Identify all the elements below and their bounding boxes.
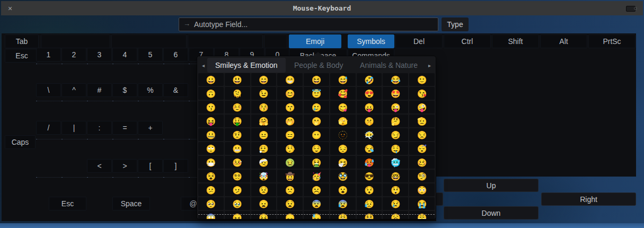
emoji-cell[interactable]: 🥱 — [383, 211, 408, 219]
emoji-cell[interactable]: 😎 — [357, 170, 382, 182]
emoji-cell[interactable]: 🧐 — [409, 170, 435, 182]
emoji-cell[interactable]: 🙂 — [409, 73, 435, 86]
emoji-cell[interactable]: 😵‍💫 — [225, 170, 250, 182]
emoji-cell[interactable]: 😁 — [277, 73, 303, 86]
emoji-cell[interactable]: 😲 — [383, 183, 408, 196]
key-blank-3[interactable] — [264, 34, 287, 48]
key-sym1-4[interactable]: % — [138, 83, 163, 97]
up-button[interactable]: Up — [444, 179, 539, 192]
key-sym2-2[interactable]: : — [87, 121, 112, 135]
emoji-cell[interactable]: 😤 — [409, 211, 435, 219]
emoji-cell[interactable]: 😝 — [198, 115, 224, 127]
emoji-cell[interactable]: 🥲 — [304, 101, 329, 113]
emoji-tab-smileys-emotion[interactable]: Smileys & Emotion — [207, 58, 285, 73]
emoji-cell[interactable]: 😅 — [330, 73, 356, 86]
emoji-cell[interactable]: 😭 — [409, 197, 435, 210]
close-icon[interactable]: × — [8, 5, 12, 12]
emoji-cell[interactable]: 😌 — [304, 142, 329, 155]
key-sym2-4[interactable]: + — [138, 121, 163, 135]
emoji-cell[interactable]: 😦 — [251, 197, 277, 210]
emoji-cell[interactable]: 😒 — [409, 128, 435, 141]
key-num-4[interactable]: 4 — [112, 48, 137, 62]
emoji-cell[interactable]: 🫡 — [409, 115, 435, 127]
key-sym3-1[interactable]: > — [112, 159, 137, 173]
emoji-cell[interactable]: 😣 — [251, 211, 277, 219]
emoji-cell[interactable]: 😶 — [304, 128, 329, 141]
emoji-cell[interactable]: 🤪 — [409, 101, 435, 113]
key-sym1-3[interactable]: $ — [112, 83, 137, 97]
emoji-cell[interactable]: 🥰 — [330, 87, 356, 100]
emoji-cell[interactable]: 🤣 — [357, 73, 382, 86]
emoji-cell[interactable]: 😮 — [330, 183, 356, 196]
key-sym2-3[interactable]: = — [112, 121, 137, 135]
emoji-cell[interactable]: 🤫 — [357, 115, 382, 127]
emoji-cell[interactable]: 😊 — [277, 87, 303, 100]
key-tab[interactable]: Tab — [5, 34, 39, 48]
emoji-cell[interactable]: 🥸 — [330, 170, 356, 182]
key-num-5[interactable]: 5 — [138, 48, 163, 62]
key-sym3-3[interactable]: ] — [163, 159, 188, 173]
key-prtsc[interactable]: PrtSc — [588, 34, 636, 48]
emoji-cell[interactable]: 😓 — [304, 211, 329, 219]
emoji-cell[interactable]: 🥺 — [198, 197, 224, 210]
emoji-cell[interactable]: 🤒 — [225, 156, 250, 169]
key-sym3-2[interactable]: [ — [138, 159, 163, 173]
key-sym1-1[interactable]: ^ — [61, 83, 86, 97]
emoji-cell[interactable]: 🤕 — [251, 156, 277, 169]
emoji-cell[interactable]: 🤮 — [304, 156, 329, 169]
emoji-cell[interactable]: 😟 — [251, 183, 277, 196]
emoji-cell[interactable]: 😍 — [357, 87, 382, 100]
emoji-cell[interactable]: 😥 — [357, 197, 382, 210]
emoji-cell[interactable]: 😆 — [304, 73, 329, 86]
emoji-cell[interactable]: 😂 — [383, 73, 408, 86]
emoji-tab-animals-nature[interactable]: Animals & Nature — [352, 58, 426, 73]
emoji-cell[interactable]: 😕 — [198, 183, 224, 196]
emoji-cell[interactable]: 😜 — [383, 101, 408, 113]
emoji-cell[interactable]: 😨 — [304, 197, 329, 210]
emoji-cell[interactable]: 😉 — [251, 87, 277, 100]
emoji-cell[interactable]: 😪 — [357, 142, 382, 155]
emoji-cell[interactable]: 😗 — [198, 101, 224, 113]
emoji-cell[interactable]: 🥵 — [357, 156, 382, 169]
key-sym1-5[interactable]: & — [163, 83, 188, 97]
emoji-cell[interactable]: 🤠 — [277, 170, 303, 182]
key-esc[interactable]: Esc — [5, 49, 39, 63]
type-button[interactable]: Type — [442, 17, 469, 31]
emoji-cell[interactable]: 🙁 — [277, 183, 303, 196]
emoji-cell[interactable]: 🥴 — [409, 156, 435, 169]
emoji-cell[interactable]: 😚 — [251, 101, 277, 113]
emoji-cell[interactable]: 😰 — [330, 197, 356, 210]
emoji-cell[interactable]: 🤧 — [330, 156, 356, 169]
next-category-icon[interactable]: ▸ — [426, 63, 434, 68]
key-sym2-0[interactable]: / — [36, 121, 61, 135]
emoji-cell[interactable]: 😷 — [198, 156, 224, 169]
emoji-cell[interactable]: 😧 — [277, 197, 303, 210]
emoji-cell[interactable]: ☺️ — [225, 101, 250, 113]
down-button[interactable]: Down — [444, 206, 539, 220]
emoji-cell[interactable]: 🤯 — [251, 170, 277, 182]
key-ctrl[interactable]: Ctrl — [444, 34, 491, 48]
key-num-2[interactable]: 2 — [61, 48, 86, 62]
key-bottom-esc[interactable]: Esc — [49, 197, 86, 211]
emoji-cell[interactable]: 🫣 — [330, 115, 356, 127]
emoji-cell[interactable]: 🤗 — [251, 115, 277, 127]
emoji-cell[interactable]: 🫤 — [225, 183, 250, 196]
emoji-cell[interactable]: 😄 — [251, 73, 277, 86]
emoji-cell[interactable]: 😑 — [277, 128, 303, 141]
emoji-cell[interactable]: 😩 — [330, 211, 356, 219]
emoji-cell[interactable]: 😙 — [277, 101, 303, 113]
key-sym1-2[interactable]: # — [87, 83, 112, 97]
keyboard-tray-icon[interactable] — [626, 6, 636, 12]
emoji-cell[interactable]: 🤥 — [277, 142, 303, 155]
emoji-cell[interactable]: 😫 — [357, 211, 382, 219]
emoji-cell[interactable]: 🤔 — [383, 115, 408, 127]
emoji-cell[interactable]: 🫠 — [225, 87, 250, 100]
emoji-cell[interactable]: 😴 — [409, 142, 435, 155]
emoji-cell[interactable]: 😘 — [409, 87, 435, 100]
key-blank-2[interactable] — [188, 34, 263, 48]
emoji-cell[interactable]: 😞 — [277, 211, 303, 219]
emoji-cell[interactable]: 🥳 — [304, 170, 329, 182]
emoji-cell[interactable]: 😯 — [357, 183, 382, 196]
emoji-cell[interactable]: 😏 — [383, 128, 408, 141]
key-symbols[interactable]: Symbols — [348, 34, 394, 48]
